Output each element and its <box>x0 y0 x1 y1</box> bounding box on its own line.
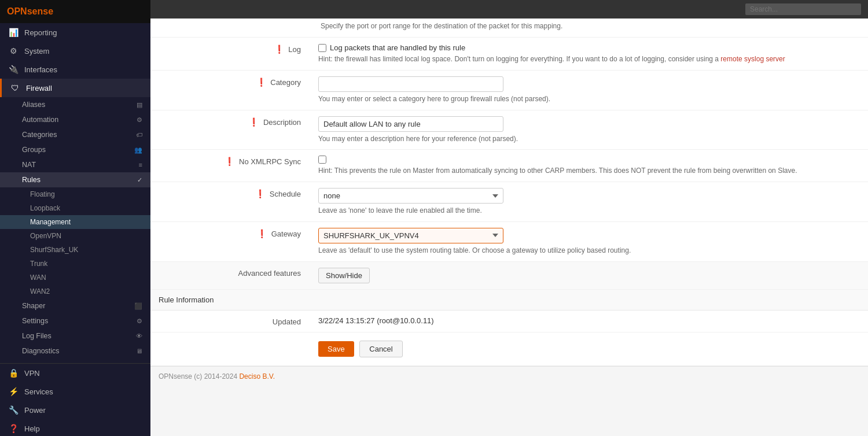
category-required-icon: ❗ <box>256 77 266 87</box>
gateway-value-cell: SHURFSHARK_UK_VPNV4 Leave as 'default' t… <box>312 221 868 261</box>
sidebar-item-aliases[interactable]: Aliases ▤ <box>0 97 150 112</box>
wan2-label: WAN2 <box>30 287 50 295</box>
footer-link[interactable]: Deciso B.V. <box>239 372 275 380</box>
log-required-icon: ❗ <box>274 45 284 54</box>
category-label: Category <box>270 78 301 87</box>
diagnostics-label: Diagnostics <box>22 347 60 355</box>
advanced-features-value-cell: Show/Hide <box>312 261 868 289</box>
cancel-button[interactable]: Cancel <box>359 341 402 357</box>
gateway-label-cell: ❗ Gateway <box>150 221 312 261</box>
description-value-cell: You may enter a description here for you… <box>312 110 868 150</box>
sidebar: OPNsense 📊 Reporting ⚙ System 🔌 Interfac… <box>0 0 150 436</box>
schedule-label-cell: ❗ Schedule <box>150 182 312 222</box>
sidebar-item-help[interactable]: ❓ Help <box>0 419 150 436</box>
settings-icon: ⚙ <box>137 317 142 325</box>
sidebar-item-label: Interfaces <box>24 65 57 74</box>
xmlrpc-checkbox-label[interactable] <box>318 156 860 164</box>
sidebar-item-groups[interactable]: Groups 👥 <box>0 142 150 157</box>
log-files-icon: 👁 <box>136 332 142 339</box>
updated-label: Updated <box>273 317 301 326</box>
trunk-label: Trunk <box>30 260 47 268</box>
sidebar-item-reporting[interactable]: 📊 Reporting <box>0 23 150 42</box>
updated-value: 3/22/24 13:15:27 (root@10.0.0.11) <box>318 316 434 325</box>
sidebar-item-power[interactable]: 🔧 Power <box>0 401 150 419</box>
top-bar <box>150 0 868 19</box>
description-input[interactable] <box>318 116 503 132</box>
openvpn-label: OpenVPN <box>30 232 61 240</box>
sidebar-item-services[interactable]: ⚡ Services <box>0 382 150 401</box>
xmlrpc-checkbox[interactable] <box>318 156 326 164</box>
log-label: Log <box>288 45 301 54</box>
action-buttons-label-cell <box>150 332 312 365</box>
advanced-features-label-cell: Advanced features <box>150 261 312 289</box>
updated-value-cell: 3/22/24 13:15:27 (root@10.0.0.11) <box>312 310 868 332</box>
footer-text: OPNsense (c) 2014-2024 <box>159 372 237 380</box>
sidebar-item-shurfshark-uk[interactable]: ShurfShark_UK <box>0 243 150 257</box>
sidebar-item-management[interactable]: Management <box>0 215 150 229</box>
sidebar-item-interfaces[interactable]: 🔌 Interfaces <box>0 60 150 79</box>
form-table: ❗ Log Log packets that are handled by th… <box>150 38 868 366</box>
log-hint: Hint: the firewall has limited local log… <box>318 54 860 64</box>
description-hint: You may enter a description here for you… <box>318 134 860 144</box>
gateway-hint: Leave as 'default' to use the system rou… <box>318 246 860 256</box>
sidebar-item-floating[interactable]: Floating <box>0 187 150 201</box>
wan-label: WAN <box>30 274 46 282</box>
help-icon: ❓ <box>8 424 19 433</box>
sidebar-item-diagnostics[interactable]: Diagnostics 🖥 <box>0 343 150 359</box>
aliases-label: Aliases <box>22 101 45 109</box>
xmlrpc-row: ❗ No XMLRPC Sync Hint: This prevents the… <box>150 150 868 182</box>
xmlrpc-label-cell: ❗ No XMLRPC Sync <box>150 150 312 182</box>
category-hint: You may enter or select a category here … <box>318 94 860 104</box>
description-row: ❗ Description You may enter a descriptio… <box>150 110 868 150</box>
sidebar-item-shaper[interactable]: Shaper ⬛ <box>0 298 150 313</box>
sidebar-item-nat[interactable]: NAT ≡ <box>0 157 150 172</box>
sidebar-item-label: Reporting <box>24 28 57 37</box>
category-value-cell: You may enter or select a category here … <box>312 70 868 110</box>
category-label-cell: ❗ Category <box>150 70 312 110</box>
log-checkbox[interactable] <box>318 44 326 52</box>
rule-information-row: Rule Information <box>150 289 868 310</box>
log-checkbox-label[interactable]: Log packets that are handled by this rul… <box>318 43 860 52</box>
nat-label: NAT <box>22 161 36 169</box>
sidebar-item-log-files[interactable]: Log Files 👁 <box>0 328 150 343</box>
rules-label: Rules <box>22 176 41 184</box>
save-button[interactable]: Save <box>318 341 354 357</box>
description-label: Description <box>263 118 301 127</box>
show-hide-button[interactable]: Show/Hide <box>318 268 370 283</box>
sidebar-item-vpn[interactable]: 🔒 VPN <box>0 364 150 382</box>
advanced-features-label: Advanced features <box>238 269 301 278</box>
sidebar-item-automation[interactable]: Automation ⚙ <box>0 112 150 127</box>
sidebar-item-loopback[interactable]: Loopback <box>0 201 150 215</box>
sidebar-item-system[interactable]: ⚙ System <box>0 42 150 60</box>
settings-label: Settings <box>22 317 48 325</box>
sidebar-item-label: Power <box>24 406 46 415</box>
sidebar-item-settings[interactable]: Settings ⚙ <box>0 313 150 328</box>
action-buttons-row: Save Cancel <box>150 332 868 365</box>
gateway-label: Gateway <box>271 230 301 238</box>
sidebar-item-wan2[interactable]: WAN2 <box>0 284 150 298</box>
schedule-select[interactable]: none <box>318 188 503 204</box>
search-input[interactable] <box>745 3 861 15</box>
sidebar-item-rules[interactable]: Rules ✓ <box>0 172 150 187</box>
reporting-icon: 📊 <box>8 28 19 37</box>
gateway-select[interactable]: SHURFSHARK_UK_VPNV4 <box>318 228 503 243</box>
xmlrpc-required-icon: ❗ <box>225 157 234 166</box>
advanced-features-row: Advanced features Show/Hide <box>150 261 868 289</box>
shaper-icon: ⬛ <box>134 302 142 310</box>
categories-icon: 🏷 <box>136 131 142 138</box>
updated-row: Updated 3/22/24 13:15:27 (root@10.0.0.11… <box>150 310 868 332</box>
sidebar-item-firewall[interactable]: 🛡 Firewall <box>0 79 150 97</box>
xmlrpc-label: No XMLRPC Sync <box>239 157 301 166</box>
category-input[interactable] <box>318 76 503 92</box>
sidebar-item-wan[interactable]: WAN <box>0 271 150 284</box>
rule-information-label: Rule Information <box>159 295 214 304</box>
sidebar-item-trunk[interactable]: Trunk <box>0 257 150 271</box>
sidebar-item-categories[interactable]: Categories 🏷 <box>0 127 150 142</box>
schedule-hint: Leave as 'none' to leave the rule enable… <box>318 206 860 216</box>
sidebar-item-label: System <box>24 47 49 56</box>
sidebar-item-openvpn[interactable]: OpenVPN <box>0 229 150 243</box>
main-content: Specify the port or port range for the d… <box>150 0 868 436</box>
xmlrpc-hint: Hint: This prevents the rule on Master f… <box>318 166 860 176</box>
remote-syslog-link[interactable]: remote syslog server <box>720 55 785 63</box>
gateway-required-icon: ❗ <box>257 229 267 238</box>
